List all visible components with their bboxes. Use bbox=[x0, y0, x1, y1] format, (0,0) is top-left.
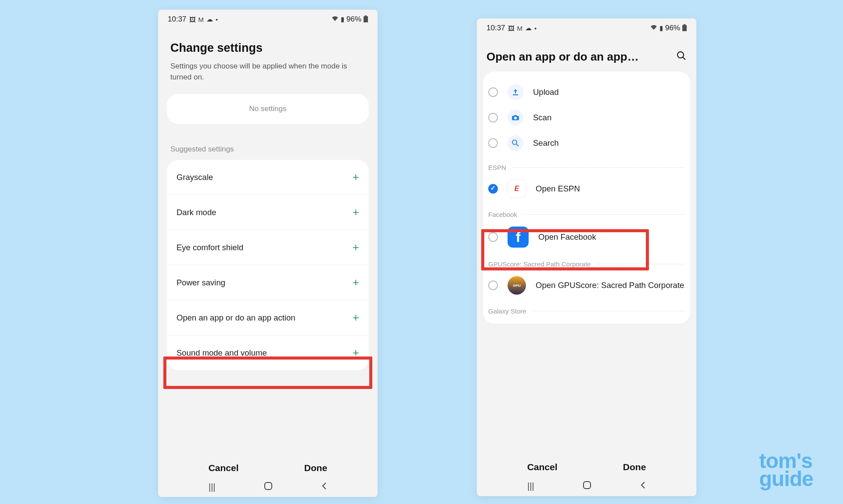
button-bar: Cancel Done bbox=[158, 463, 378, 473]
nav-bar: ||| bbox=[158, 482, 378, 493]
suggested-settings-card: Grayscale + Dark mode + Eye comfort shie… bbox=[167, 160, 369, 370]
app-label: Open GPUScore: Sacred Path Corporate bbox=[536, 280, 684, 291]
app-row-open-gpuscore[interactable]: GPU Open GPUScore: Sacred Path Corporate bbox=[483, 271, 690, 299]
row-label: Dark mode bbox=[177, 208, 216, 217]
recents-icon[interactable]: ||| bbox=[209, 482, 216, 492]
page-title: Change settings bbox=[158, 28, 378, 61]
radio-checked[interactable] bbox=[488, 184, 498, 194]
svg-rect-13 bbox=[584, 482, 591, 489]
group-galaxy-store: Galaxy Store bbox=[483, 299, 690, 318]
row-label: Sound mode and volume bbox=[177, 348, 267, 358]
plus-icon[interactable]: + bbox=[353, 170, 359, 184]
group-name: Facebook bbox=[488, 211, 517, 218]
gmail-icon: M bbox=[517, 25, 523, 32]
divider bbox=[597, 264, 685, 264]
app-label: Open ESPN bbox=[536, 184, 580, 194]
app-row-open-facebook[interactable]: f Open Facebook bbox=[483, 222, 690, 252]
row-eye-comfort[interactable]: Eye comfort shield + bbox=[167, 230, 369, 265]
signal-icon: ▮ bbox=[659, 24, 663, 32]
radio-unchecked[interactable] bbox=[488, 138, 498, 148]
page-title: Open an app or do an app… bbox=[486, 50, 668, 64]
group-name: GPUScore: Sacred Path Corporate bbox=[488, 260, 591, 268]
svg-rect-2 bbox=[265, 482, 272, 490]
radio-unchecked[interactable] bbox=[488, 232, 498, 242]
svg-line-6 bbox=[683, 57, 685, 60]
cancel-button[interactable]: Cancel bbox=[527, 462, 558, 472]
radio-unchecked[interactable] bbox=[488, 113, 498, 122]
plus-icon[interactable]: + bbox=[353, 205, 359, 219]
svg-rect-4 bbox=[684, 24, 685, 25]
divider bbox=[533, 311, 685, 311]
status-time: 10:37 bbox=[168, 15, 187, 24]
row-label: Eye comfort shield bbox=[177, 243, 243, 252]
cloud-icon: ☁ bbox=[206, 15, 213, 23]
gpuscore-icon: GPU bbox=[508, 276, 526, 295]
search-icon[interactable] bbox=[668, 50, 687, 64]
battery-percent: 96% bbox=[346, 15, 361, 24]
group-gpuscore: GPUScore: Sacred Path Corporate bbox=[483, 252, 690, 271]
group-name: ESPN bbox=[488, 164, 506, 171]
image-icon: 🖼 bbox=[508, 25, 515, 32]
button-bar: Cancel Done bbox=[477, 462, 696, 472]
back-icon[interactable] bbox=[321, 482, 327, 492]
cancel-button[interactable]: Cancel bbox=[209, 463, 239, 473]
app-label: Upload bbox=[533, 87, 559, 97]
battery-icon bbox=[364, 15, 368, 24]
svg-point-5 bbox=[677, 52, 684, 58]
radio-unchecked[interactable] bbox=[488, 87, 498, 97]
search-icon bbox=[508, 135, 523, 151]
svg-rect-1 bbox=[365, 15, 367, 16]
svg-rect-3 bbox=[682, 25, 687, 31]
plus-icon[interactable]: + bbox=[353, 346, 359, 360]
app-row-open-espn[interactable]: E Open ESPN bbox=[483, 175, 690, 203]
row-grayscale[interactable]: Grayscale + bbox=[167, 160, 369, 194]
radio-unchecked[interactable] bbox=[488, 281, 498, 290]
cloud-icon: ☁ bbox=[525, 24, 532, 32]
toms-guide-watermark: tom's guide bbox=[759, 452, 813, 488]
nav-bar: ||| bbox=[477, 481, 696, 492]
signal-icon: ▮ bbox=[341, 15, 344, 23]
app-row-scan[interactable]: Scan bbox=[483, 105, 690, 130]
status-bar: 10:37 🖼 M ☁ • ▮ 96% bbox=[477, 18, 696, 37]
wifi-icon bbox=[650, 25, 657, 32]
home-icon[interactable] bbox=[264, 482, 273, 493]
row-label: Grayscale bbox=[177, 173, 213, 182]
row-sound-mode[interactable]: Sound mode and volume + bbox=[167, 335, 369, 370]
image-icon: 🖼 bbox=[189, 16, 196, 23]
svg-line-12 bbox=[516, 144, 519, 146]
facebook-icon: f bbox=[508, 227, 529, 248]
divider bbox=[523, 214, 685, 215]
battery-percent: 96% bbox=[665, 24, 680, 32]
dot-icon: • bbox=[216, 16, 218, 23]
row-label: Power saving bbox=[177, 278, 225, 288]
recents-icon[interactable]: ||| bbox=[527, 481, 534, 491]
row-label: Open an app or do an app action bbox=[177, 313, 295, 323]
group-name: Galaxy Store bbox=[488, 307, 526, 315]
svg-rect-10 bbox=[514, 115, 517, 116]
plus-icon[interactable]: + bbox=[353, 241, 359, 254]
upload-icon bbox=[508, 84, 523, 100]
done-button[interactable]: Done bbox=[304, 463, 328, 473]
app-label: Scan bbox=[533, 112, 551, 123]
done-button[interactable]: Done bbox=[623, 462, 646, 472]
row-dark-mode[interactable]: Dark mode + bbox=[167, 194, 369, 230]
app-row-upload[interactable]: Upload bbox=[483, 79, 690, 105]
row-power-saving[interactable]: Power saving + bbox=[167, 265, 369, 300]
back-icon[interactable] bbox=[640, 481, 646, 491]
search-header: Open an app or do an app… bbox=[477, 37, 696, 72]
app-list: Upload Scan Search ESPN E Open ESP bbox=[483, 72, 690, 324]
app-label: Search bbox=[533, 138, 559, 148]
row-open-app-action[interactable]: Open an app or do an app action + bbox=[167, 300, 369, 335]
app-row-search[interactable]: Search bbox=[483, 130, 690, 156]
section-suggested-label: Suggested settings bbox=[158, 124, 378, 160]
home-icon[interactable] bbox=[583, 481, 591, 492]
wifi-icon bbox=[331, 16, 339, 23]
app-label: Open Facebook bbox=[538, 232, 596, 242]
svg-point-9 bbox=[514, 117, 517, 119]
dot-icon: • bbox=[534, 25, 537, 32]
battery-icon bbox=[682, 24, 687, 32]
plus-icon[interactable]: + bbox=[353, 311, 359, 324]
plus-icon[interactable]: + bbox=[353, 276, 359, 289]
svg-rect-7 bbox=[513, 94, 518, 95]
camera-icon bbox=[508, 110, 523, 126]
